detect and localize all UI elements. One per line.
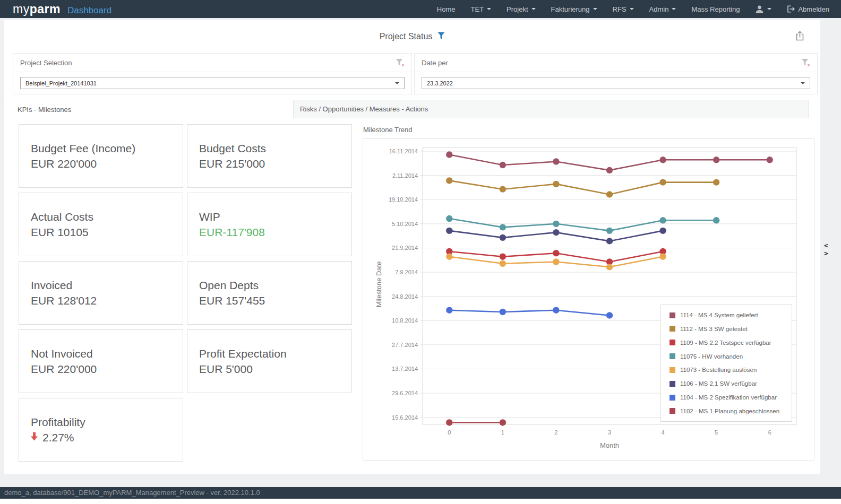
nav-label: TET: [471, 5, 484, 13]
nav-item-tet[interactable]: TET: [471, 5, 492, 13]
kpi-card-budget-fee: Budget Fee (Income) EUR 220'000: [19, 124, 183, 188]
tab-kpis-milestones[interactable]: KPIs - Milestones: [4, 100, 293, 118]
legend-swatch: [670, 381, 675, 387]
legend-item-1104[interactable]: 1104 - MS 2 Spezifikation verfügbar: [670, 394, 787, 401]
kpi-label: Budget Fee (Income): [31, 142, 183, 155]
kpi-label: WIP: [199, 211, 351, 223]
legend-item-1106[interactable]: 1106 - MS 2.1 SW verfügbar: [670, 380, 787, 387]
legend-item-1112[interactable]: 1112 - MS 3 SW getestet: [670, 326, 787, 332]
chevron-down-icon: [630, 8, 634, 10]
expand-right-arrow[interactable]: >: [824, 249, 828, 257]
dashboard-main-panel: Project Status Project Selection x Beisp…: [4, 20, 820, 474]
legend-label: 1109 - MS 2.2 Testspec verfügbar: [680, 340, 771, 346]
legend-item-11075[interactable]: 11075 - HW vorhanden: [670, 353, 787, 360]
svg-text:13.7.2014: 13.7.2014: [392, 366, 418, 372]
legend-label: 11075 - HW vorhanden: [680, 353, 743, 360]
logout-label: Abmelden: [798, 5, 829, 13]
kpi-card-profitability: Profitability 2.27%: [19, 398, 183, 462]
legend-label: 1106 - MS 2.1 SW verfügbar: [680, 380, 757, 387]
kpi-card-not-invoiced: Not Invoiced EUR 220'000: [19, 329, 183, 393]
legend-swatch: [670, 340, 675, 345]
kpi-card-invoiced: Invoiced EUR 128'012: [19, 261, 183, 325]
svg-text:27.7.2014: 27.7.2014: [392, 342, 418, 348]
nav-item-fakturierung[interactable]: Fakturierung: [551, 5, 597, 13]
legend-swatch: [670, 353, 675, 359]
export-button[interactable]: [794, 30, 805, 43]
logout-button[interactable]: Abmelden: [787, 5, 829, 13]
chart-box: 16.11.20142.11.201419.10.20145.10.201421…: [363, 138, 814, 460]
date-per-label: Date per: [422, 59, 448, 67]
kpi-label: Actual Costs: [31, 211, 183, 223]
kpi-value: EUR 5'000: [199, 363, 351, 376]
top-navbar: myparm Dashboard Home TET Projekt Faktur…: [0, 0, 841, 18]
tab-risks-opportunities[interactable]: Risks / Opportunities / Measures - Actio…: [293, 100, 809, 118]
clear-filter-icon[interactable]: x: [396, 58, 405, 67]
svg-text:5: 5: [715, 429, 718, 436]
clear-filter-icon[interactable]: x: [801, 58, 810, 67]
side-panel-arrows: < >: [824, 241, 828, 257]
svg-text:1: 1: [501, 429, 504, 436]
logo-text-bold: parm: [30, 2, 61, 16]
status-bar: demo_a, database/901_DEMO_myPARM_Managem…: [0, 487, 841, 499]
svg-text:Month: Month: [600, 441, 619, 449]
svg-text:10.8.2014: 10.8.2014: [392, 317, 418, 324]
legend-label: 11073 - Bestellung auslösen: [680, 367, 757, 373]
svg-text:5.10.2014: 5.10.2014: [392, 221, 418, 227]
collapse-left-arrow[interactable]: <: [824, 241, 828, 249]
nav-item-rfs[interactable]: RFS: [613, 5, 634, 13]
legend-label: 1102 - MS 1 Planung abgeschlossen: [680, 408, 779, 414]
nav-label: Fakturierung: [551, 5, 590, 13]
person-icon: [755, 5, 764, 13]
chevron-down-icon: [395, 82, 399, 84]
kpi-label: Profit Expectation: [199, 347, 351, 360]
kpi-label: Invoiced: [31, 279, 183, 292]
app-title: Dashboard: [67, 5, 111, 16]
legend-item-1102[interactable]: 1102 - MS 1 Planung abgeschlossen: [670, 408, 787, 414]
nav-item-admin[interactable]: Admin: [649, 5, 676, 13]
svg-text:6: 6: [768, 429, 771, 436]
date-per-panel: Date per x 23.3.2022: [414, 53, 818, 94]
date-select[interactable]: 23.3.2022: [422, 77, 810, 89]
legend-swatch: [670, 312, 675, 318]
kpi-card-wip: WIP EUR-117'908: [187, 193, 352, 256]
project-select-value: Beispiel_Projekt_20141031: [25, 80, 97, 86]
svg-text:24.8.2014: 24.8.2014: [392, 293, 418, 300]
nav-item-mass-reporting[interactable]: Mass Reporting: [691, 5, 740, 13]
kpi-value: EUR 220'000: [31, 363, 183, 376]
chart-title: Milestone Trend: [363, 126, 816, 134]
page-title: Project Status: [380, 32, 433, 41]
kpi-value: EUR 157'455: [199, 294, 351, 307]
legend-item-1109[interactable]: 1109 - MS 2.2 Testspec verfügbar: [670, 340, 787, 346]
legend-label: 1112 - MS 3 SW getestet: [680, 326, 748, 332]
svg-text:21.9.2014: 21.9.2014: [392, 245, 418, 251]
nav-label: Projekt: [507, 5, 528, 13]
chevron-down-icon: [531, 8, 536, 10]
legend-item-11073[interactable]: 11073 - Bestellung auslösen: [670, 367, 787, 373]
project-select[interactable]: Beispiel_Projekt_20141031: [20, 77, 405, 89]
title-row: Project Status: [4, 20, 820, 53]
user-menu[interactable]: [755, 5, 771, 13]
dashboard-body: Budget Fee (Income) EUR 220'000 Budget C…: [4, 118, 820, 462]
logo-text-light: my: [13, 2, 30, 16]
svg-text:0: 0: [448, 429, 451, 436]
myparm-logo[interactable]: myparm: [13, 0, 61, 18]
legend-item-1114[interactable]: 1114 - MS 4 System geliefert: [670, 312, 787, 318]
project-selection-panel: Project Selection x Beispiel_Projekt_201…: [13, 53, 412, 94]
svg-text:Milestone Date: Milestone Date: [375, 261, 383, 307]
nav-item-projekt[interactable]: Projekt: [507, 5, 535, 13]
legend-swatch: [670, 367, 675, 373]
kpi-label: Open Depts: [199, 279, 351, 292]
kpi-label: Budget Costs: [199, 142, 351, 155]
kpi-value: 2.27%: [42, 431, 74, 444]
kpi-value: EUR 215'000: [199, 158, 351, 170]
nav-item-home[interactable]: Home: [437, 5, 456, 13]
legend-swatch: [670, 395, 675, 401]
nav-label: Home: [437, 5, 456, 13]
svg-text:19.10.2014: 19.10.2014: [389, 196, 418, 203]
svg-text:4: 4: [662, 429, 665, 436]
kpi-label: Profitability: [31, 416, 183, 429]
kpi-value: EUR 10105: [31, 226, 183, 239]
filter-funnel-icon[interactable]: [437, 32, 445, 42]
chevron-down-icon: [672, 8, 676, 10]
legend-label: 1104 - MS 2 Spezifikation verfügbar: [680, 394, 777, 401]
